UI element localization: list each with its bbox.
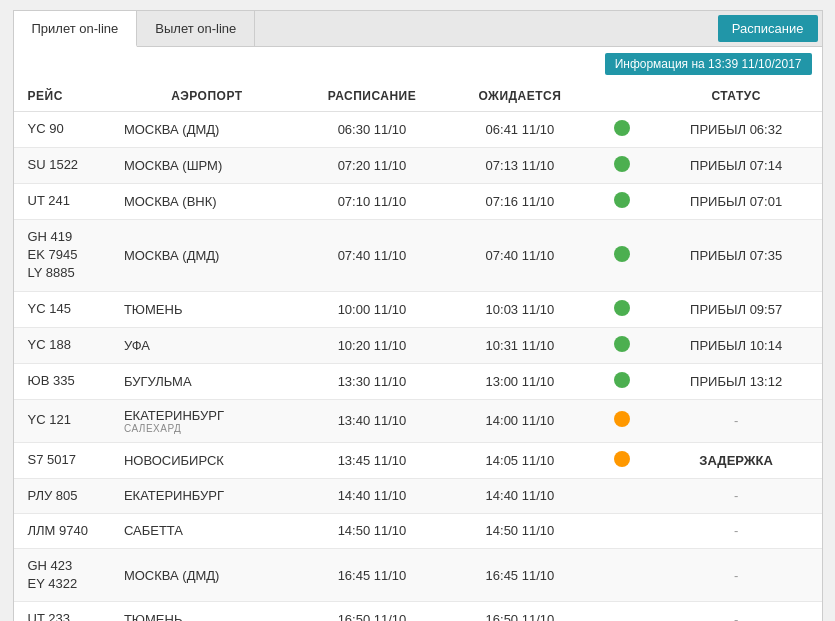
- cell-dot: [594, 442, 651, 478]
- cell-schedule: 07:10 11/10: [298, 184, 446, 220]
- cell-flight: YC 121: [14, 399, 116, 442]
- cell-airport: ТЮМЕНЬ: [116, 291, 298, 327]
- status-dot-green: [614, 246, 630, 262]
- cell-schedule: 14:50 11/10: [298, 513, 446, 548]
- cell-status: ПРИБЫЛ 07:14: [651, 148, 822, 184]
- cell-airport: УФА: [116, 327, 298, 363]
- cell-status: ПРИБЫЛ 09:57: [651, 291, 822, 327]
- cell-airport: МОСКВА (ДМД): [116, 548, 298, 601]
- cell-dot: [594, 363, 651, 399]
- status-dot-orange: [614, 411, 630, 427]
- cell-flight: РЛУ 805: [14, 478, 116, 513]
- cell-schedule: 16:45 11/10: [298, 548, 446, 601]
- table-row: YC 90МОСКВА (ДМД)06:30 11/1006:41 11/10П…: [14, 112, 822, 148]
- table-row: YC 188УФА10:20 11/1010:31 11/10ПРИБЫЛ 10…: [14, 327, 822, 363]
- status-dot-green: [614, 192, 630, 208]
- cell-expected: 16:45 11/10: [446, 548, 594, 601]
- cell-flight: UT 241: [14, 184, 116, 220]
- cell-schedule: 14:40 11/10: [298, 478, 446, 513]
- cell-expected: 14:50 11/10: [446, 513, 594, 548]
- cell-airport: САБЕТТА: [116, 513, 298, 548]
- cell-expected: 10:31 11/10: [446, 327, 594, 363]
- status-dot-green: [614, 372, 630, 388]
- cell-dot: [594, 220, 651, 292]
- status-dash: -: [734, 488, 738, 503]
- cell-schedule: 10:00 11/10: [298, 291, 446, 327]
- info-badge: Информация на 13:39 11/10/2017: [605, 53, 812, 75]
- cell-flight: YC 188: [14, 327, 116, 363]
- cell-dot: [594, 548, 651, 601]
- cell-schedule: 07:20 11/10: [298, 148, 446, 184]
- header-schedule: РАСПИСАНИЕ: [298, 81, 446, 112]
- cell-flight: YC 145: [14, 291, 116, 327]
- cell-airport: МОСКВА (ВНК): [116, 184, 298, 220]
- cell-flight: ЛЛМ 9740: [14, 513, 116, 548]
- cell-airport: МОСКВА (ШРМ): [116, 148, 298, 184]
- cell-airport: МОСКВА (ДМД): [116, 112, 298, 148]
- status-dot-green: [614, 120, 630, 136]
- cell-schedule: 10:20 11/10: [298, 327, 446, 363]
- table-row: UT 241МОСКВА (ВНК)07:10 11/1007:16 11/10…: [14, 184, 822, 220]
- tab-departure-label: Вылет on-line: [155, 21, 236, 36]
- table-row: S7 5017НОВОСИБИРСК13:45 11/1014:05 11/10…: [14, 442, 822, 478]
- cell-status: ПРИБЫЛ 06:32: [651, 112, 822, 148]
- cell-airport: БУГУЛЬМА: [116, 363, 298, 399]
- tab-arrival[interactable]: Прилет on-line: [14, 11, 138, 47]
- status-dot-green: [614, 336, 630, 352]
- cell-airport: МОСКВА (ДМД): [116, 220, 298, 292]
- status-arrived: ПРИБЫЛ 07:14: [690, 158, 782, 173]
- cell-expected: 14:40 11/10: [446, 478, 594, 513]
- status-arrived: ПРИБЫЛ 13:12: [690, 374, 782, 389]
- cell-expected: 10:03 11/10: [446, 291, 594, 327]
- schedule-button[interactable]: Расписание: [718, 15, 818, 42]
- cell-dot: [594, 291, 651, 327]
- status-dash: -: [734, 413, 738, 428]
- cell-flight: SU 1522: [14, 148, 116, 184]
- table-row: YC 145ТЮМЕНЬ10:00 11/1010:03 11/10ПРИБЫЛ…: [14, 291, 822, 327]
- header-expected: ОЖИДАЕТСЯ: [446, 81, 594, 112]
- cell-status: -: [651, 513, 822, 548]
- tab-departure[interactable]: Вылет on-line: [137, 11, 255, 46]
- table-row: YC 121ЕКАТЕРИНБУРГСАЛЕХАРД13:40 11/1014:…: [14, 399, 822, 442]
- table-row: ЮВ 335БУГУЛЬМА13:30 11/1013:00 11/10ПРИБ…: [14, 363, 822, 399]
- cell-status: ПРИБЫЛ 10:14: [651, 327, 822, 363]
- cell-airport: ЕКАТЕРИНБУРГ: [116, 478, 298, 513]
- cell-dot: [594, 112, 651, 148]
- status-arrived: ПРИБЫЛ 07:35: [690, 248, 782, 263]
- table-row: SU 1522МОСКВА (ШРМ)07:20 11/1007:13 11/1…: [14, 148, 822, 184]
- table-row: GH 419 EK 7945 LY 8885МОСКВА (ДМД)07:40 …: [14, 220, 822, 292]
- cell-expected: 07:16 11/10: [446, 184, 594, 220]
- tab-arrival-label: Прилет on-line: [32, 21, 119, 36]
- status-dot-green: [614, 300, 630, 316]
- cell-airport: ЕКАТЕРИНБУРГСАЛЕХАРД: [116, 399, 298, 442]
- status-dot-green: [614, 156, 630, 172]
- status-dash: -: [734, 523, 738, 538]
- cell-flight: GH 423 EY 4322: [14, 548, 116, 601]
- header-airport: АЭРОПОРТ: [116, 81, 298, 112]
- cell-flight: YC 90: [14, 112, 116, 148]
- cell-status: -: [651, 548, 822, 601]
- flights-table: РЕЙС АЭРОПОРТ РАСПИСАНИЕ ОЖИДАЕТСЯ СТАТУ…: [14, 81, 822, 621]
- cell-status: ПРИБЫЛ 07:01: [651, 184, 822, 220]
- header-flight: РЕЙС: [14, 81, 116, 112]
- cell-expected: 13:00 11/10: [446, 363, 594, 399]
- header-dot: [594, 81, 651, 112]
- status-dash: -: [734, 612, 738, 621]
- header-status: СТАТУС: [651, 81, 822, 112]
- cell-schedule: 13:30 11/10: [298, 363, 446, 399]
- info-bar: Информация на 13:39 11/10/2017: [14, 47, 822, 81]
- cell-dot: [594, 148, 651, 184]
- cell-dot: [594, 602, 651, 621]
- table-row: GH 423 EY 4322МОСКВА (ДМД)16:45 11/1016:…: [14, 548, 822, 601]
- status-dash: -: [734, 568, 738, 583]
- flight-board: Прилет on-line Вылет on-line Расписание …: [13, 10, 823, 621]
- status-arrived: ПРИБЫЛ 10:14: [690, 338, 782, 353]
- cell-expected: 16:50 11/10: [446, 602, 594, 621]
- cell-schedule: 16:50 11/10: [298, 602, 446, 621]
- table-row: UT 233ТЮМЕНЬ16:50 11/1016:50 11/10-: [14, 602, 822, 621]
- status-delay: ЗАДЕРЖКА: [699, 453, 773, 468]
- status-dot-orange: [614, 451, 630, 467]
- cell-schedule: 13:45 11/10: [298, 442, 446, 478]
- cell-status: -: [651, 478, 822, 513]
- cell-dot: [594, 478, 651, 513]
